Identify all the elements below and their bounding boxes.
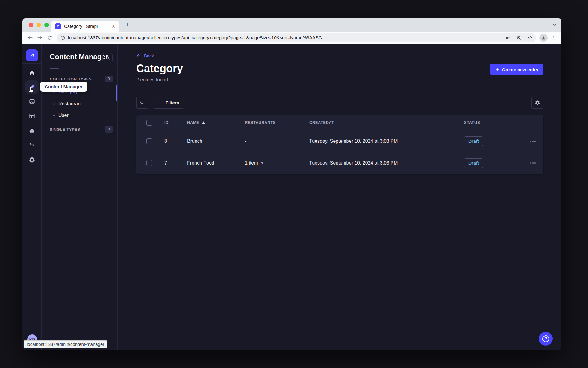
sort-ascending-icon [202, 121, 205, 124]
nav-media-library-icon[interactable] [25, 95, 39, 108]
status-badge: Draft [464, 158, 483, 168]
cell-name: French Food [187, 160, 245, 166]
table-header-row: ID NAME RESTAURANTS CREATEDAT STATUS [136, 115, 543, 130]
status-badge: Draft [464, 136, 483, 146]
row-actions-menu[interactable] [522, 141, 543, 142]
table-search-button[interactable] [136, 97, 148, 109]
reload-icon[interactable] [45, 33, 54, 42]
forward-nav-icon[interactable] [35, 33, 45, 42]
cell-restaurants-dropdown[interactable]: 1 item [245, 160, 309, 166]
page-title: Category [136, 62, 183, 75]
active-item-indicator [116, 85, 117, 101]
subnav-title: Content Manager [50, 53, 108, 61]
bullet-icon [53, 103, 55, 105]
sidebar-item-restaurant[interactable]: Restaurant [42, 98, 117, 110]
main-content: Back Category 2 entries found Create new… [118, 44, 561, 350]
zoom-magnifier-icon[interactable] [515, 34, 523, 42]
single-types-section: SINGLE TYPES 0 [50, 126, 113, 133]
column-header-restaurants: RESTAURANTS [245, 120, 309, 125]
row-checkbox[interactable] [146, 138, 152, 144]
cell-name: Brunch [187, 139, 245, 144]
content-manager-tooltip: Content Manager [40, 82, 87, 92]
nav-divider [22, 63, 42, 64]
filters-button[interactable]: Filters [153, 97, 184, 109]
site-info-icon[interactable] [60, 35, 65, 40]
browser-profile-icon[interactable] [539, 34, 548, 42]
table-row[interactable]: 8 Brunch - Tuesday, September 10, 2024 a… [136, 130, 543, 152]
view-settings-button[interactable] [531, 97, 543, 109]
sidebar-item-user[interactable]: User [42, 110, 117, 121]
column-header-status: STATUS [464, 120, 522, 125]
column-header-createdat: CREATEDAT [309, 120, 464, 125]
password-key-icon[interactable] [504, 34, 512, 42]
plus-icon [495, 67, 499, 72]
desktop: Category | Strapi ✕ + local [0, 0, 588, 368]
bullet-icon [53, 115, 55, 116]
collection-types-label: COLLECTION TYPES [50, 77, 92, 81]
select-all-checkbox[interactable] [146, 120, 152, 126]
browser-toolbar: localhost:1337/admin/content-manager/col… [22, 32, 561, 44]
mouse-cursor-icon [27, 86, 35, 94]
chevron-down-icon [261, 162, 264, 164]
nav-cloud-icon[interactable] [25, 124, 39, 137]
table-row[interactable]: 7 French Food 1 item Tuesday, September … [136, 152, 543, 174]
single-types-count-badge: 0 [105, 126, 113, 133]
nav-marketplace-icon[interactable] [25, 139, 39, 152]
cell-restaurants: - [245, 139, 309, 144]
browser-menu-kebab-icon[interactable] [549, 33, 558, 42]
cell-createdat: Tuesday, September 10, 2024 at 3:03 PM [309, 160, 464, 166]
strapi-logo[interactable] [26, 49, 38, 61]
tab-close-icon[interactable]: ✕ [111, 24, 116, 29]
row-checkbox[interactable] [146, 160, 152, 166]
strapi-admin-app: KD Content Manager COLLECTION TYPES 3 Ca… [22, 44, 561, 350]
question-mark-icon: ? [542, 335, 549, 342]
collection-types-count-badge: 3 [105, 76, 113, 82]
entries-table: ID NAME RESTAURANTS CREATEDAT STATUS 8 [136, 115, 543, 174]
tab-search-chevron-icon[interactable] [552, 22, 557, 28]
new-tab-button[interactable]: + [124, 22, 131, 29]
nav-settings-icon[interactable] [25, 153, 39, 166]
url-text[interactable]: localhost:1337/admin/content-manager/col… [68, 35, 501, 40]
cell-id: 7 [164, 160, 187, 166]
nav-content-type-builder-icon[interactable] [25, 110, 39, 123]
search-icon [140, 100, 145, 105]
row-actions-menu[interactable] [522, 162, 543, 164]
entries-count: 2 entries found [136, 77, 168, 83]
close-window-button[interactable] [29, 23, 33, 27]
url-bar[interactable]: localhost:1337/admin/content-manager/col… [57, 33, 536, 42]
subnav-search-button[interactable] [102, 53, 113, 63]
gear-icon [535, 100, 540, 106]
browser-window: Category | Strapi ✕ + local [22, 18, 561, 350]
help-button[interactable]: ? [539, 332, 553, 346]
browser-tab[interactable]: Category | Strapi ✕ [51, 21, 119, 32]
link-preview-status-bar: localhost:1337/admin/content-manager [24, 340, 107, 348]
tab-strip: Category | Strapi ✕ + [22, 18, 561, 32]
tab-title: Category | Strapi [64, 24, 108, 29]
window-controls [29, 23, 49, 27]
create-new-entry-button[interactable]: Create new entry [490, 64, 543, 75]
cell-id: 8 [164, 139, 187, 144]
back-nav-icon[interactable] [25, 33, 35, 42]
collection-types-section: COLLECTION TYPES 3 [50, 76, 113, 82]
zoom-window-button[interactable] [44, 23, 49, 27]
nav-home-icon[interactable] [25, 66, 39, 79]
cell-createdat: Tuesday, September 10, 2024 at 3:03 PM [309, 139, 464, 144]
filter-icon [158, 100, 163, 105]
back-link[interactable]: Back [136, 53, 154, 58]
minimize-window-button[interactable] [37, 23, 41, 27]
strapi-favicon-icon [55, 23, 61, 29]
bookmark-star-icon[interactable] [526, 34, 534, 42]
column-header-id[interactable]: ID [164, 120, 187, 125]
column-header-name[interactable]: NAME [187, 120, 245, 125]
subnav-divider [50, 68, 59, 69]
single-types-label: SINGLE TYPES [50, 127, 80, 132]
